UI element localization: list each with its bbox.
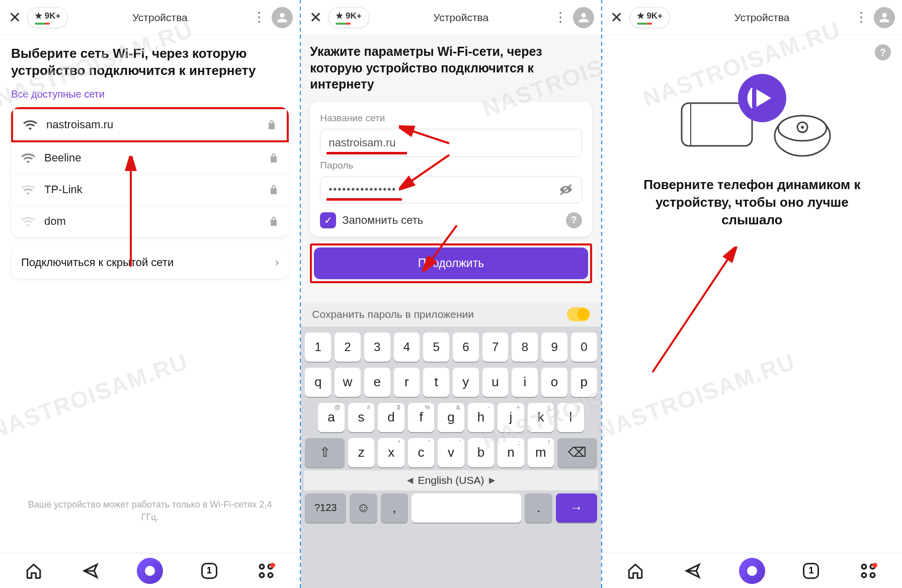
wifi-name: dom (44, 215, 260, 228)
tab-rating-badge: ★ 9K+ (336, 11, 361, 21)
key-4[interactable]: 4 (394, 332, 420, 362)
save-password-app-row: Сохранить пароль в приложении (301, 302, 601, 326)
key-e[interactable]: e (364, 368, 390, 397)
save-password-toggle[interactable] (567, 307, 590, 321)
tab-rating-badge: ★ 9K+ (35, 11, 60, 21)
wifi-row-dom[interactable]: dom (11, 206, 289, 237)
wifi-row-tplink[interactable]: TP-Link (11, 174, 289, 206)
tab-chip[interactable]: ★ 9K+ (328, 7, 369, 28)
more-menu-icon[interactable] (252, 10, 267, 25)
nav-tabs-icon[interactable]: 1 (198, 560, 220, 582)
wifi-row-beeline[interactable]: Beeline (11, 142, 289, 174)
tab-chip[interactable]: ★ 9K+ (629, 7, 670, 28)
nav-alice-button[interactable] (739, 558, 765, 584)
key-o[interactable]: o (541, 368, 567, 397)
keyboard: 1234567890 qwertyuiop a@s#d$f%g&h-j+k(l)… (301, 326, 601, 589)
key-9[interactable]: 9 (541, 332, 567, 362)
network-name-input[interactable]: nastroisam.ru (320, 129, 582, 157)
close-icon[interactable]: ✕ (7, 9, 22, 26)
key-space[interactable] (412, 493, 521, 523)
key-6[interactable]: 6 (453, 332, 479, 362)
wifi-icon (21, 216, 35, 227)
eye-off-icon[interactable] (558, 184, 573, 196)
key-1[interactable]: 1 (305, 332, 331, 362)
key-enter[interactable]: → (556, 493, 597, 523)
key-3[interactable]: 3 (364, 332, 390, 362)
key-0[interactable]: 0 (571, 332, 597, 362)
key-s[interactable]: s# (348, 403, 374, 432)
wifi-name: TP-Link (44, 183, 260, 196)
avatar[interactable] (874, 7, 895, 28)
key-v[interactable]: v' (438, 438, 464, 467)
nav-services-icon[interactable] (255, 560, 277, 582)
more-menu-icon[interactable] (854, 10, 869, 25)
wifi-icon (23, 119, 37, 130)
svg-point-3 (260, 573, 265, 577)
key-x[interactable]: x* (378, 438, 404, 467)
key-shift[interactable]: ⇧ (305, 438, 345, 467)
key-l[interactable]: l) (557, 403, 584, 432)
key-k[interactable]: k( (528, 403, 554, 432)
key-y[interactable]: y (453, 368, 479, 397)
nav-send-icon[interactable] (682, 560, 704, 582)
password-mask: ••••••••••••••• (329, 184, 558, 195)
screen-3-turn-phone: ✕ ★ 9K+ Устройства ? Пов (602, 0, 902, 588)
continue-button[interactable]: Продолжить (314, 247, 588, 279)
key-a[interactable]: a@ (318, 403, 344, 432)
nav-services-icon[interactable] (857, 560, 879, 582)
key-m[interactable]: m! (528, 438, 554, 467)
nav-alice-button[interactable] (137, 558, 163, 584)
nav-home-icon[interactable] (624, 560, 646, 582)
connect-hidden-network[interactable]: Подключиться к скрытой сети › (11, 247, 289, 278)
nav-send-icon[interactable] (79, 560, 102, 582)
key-g[interactable]: g& (438, 403, 464, 432)
remember-row: ✓ Запомнить сеть ? (320, 212, 582, 228)
avatar[interactable] (272, 7, 293, 28)
key-p[interactable]: p (571, 368, 597, 397)
key-2[interactable]: 2 (335, 332, 361, 362)
svg-point-20 (870, 573, 875, 577)
key-emoji[interactable]: ☺ (350, 493, 377, 523)
key-j[interactable]: j+ (498, 403, 524, 432)
wifi-form-card: Название сети nastroisam.ru Пароль •••••… (310, 102, 592, 236)
remember-checkbox[interactable]: ✓ (320, 212, 336, 228)
key-7[interactable]: 7 (482, 332, 509, 362)
svg-point-19 (862, 573, 866, 577)
key-h[interactable]: h- (468, 403, 494, 432)
keyboard-lang-bar[interactable]: ◀ English (USA) ▶ (304, 470, 598, 490)
key-t[interactable]: t (423, 368, 449, 397)
wifi-row-nastroisam[interactable]: nastroisam.ru (11, 107, 289, 142)
screen-1-wifi-select: ✕ ★ 9K+ Устройства Выберите сеть Wi-Fi, … (0, 0, 300, 588)
nav-tabs-icon[interactable]: 1 (800, 560, 822, 582)
key-b[interactable]: b: (468, 438, 494, 467)
key-backspace[interactable]: ⌫ (557, 438, 597, 467)
avatar[interactable] (573, 7, 594, 28)
tab-chip[interactable]: ★ 9K+ (27, 7, 68, 28)
all-networks-link[interactable]: Все доступные сети (11, 89, 289, 100)
close-icon[interactable]: ✕ (308, 9, 323, 26)
key-dot[interactable]: . (525, 493, 552, 523)
key-symbols[interactable]: ?123 (305, 493, 346, 523)
key-c[interactable]: c" (408, 438, 434, 467)
password-input[interactable]: ••••••••••••••• (320, 176, 582, 203)
help-icon[interactable]: ? (566, 212, 582, 228)
network-name-value: nastroisam.ru (329, 136, 395, 149)
key-q[interactable]: q (305, 368, 331, 397)
key-z[interactable]: z (348, 438, 374, 467)
key-r[interactable]: r (394, 368, 420, 397)
key-8[interactable]: 8 (512, 332, 538, 362)
key-5[interactable]: 5 (423, 332, 449, 362)
nav-home-icon[interactable] (23, 560, 45, 582)
hidden-network-label: Подключиться к скрытой сети (21, 256, 174, 269)
key-f[interactable]: f% (408, 403, 434, 432)
more-menu-icon[interactable] (553, 10, 568, 25)
key-comma[interactable]: , (381, 493, 408, 523)
key-n[interactable]: n; (498, 438, 524, 467)
key-d[interactable]: d$ (378, 403, 404, 432)
key-u[interactable]: u (482, 368, 509, 397)
tab-progress-bar (35, 23, 50, 25)
key-i[interactable]: i (512, 368, 538, 397)
close-icon[interactable]: ✕ (609, 9, 624, 26)
key-w[interactable]: w (335, 368, 361, 397)
turn-phone-illustration (613, 60, 891, 176)
